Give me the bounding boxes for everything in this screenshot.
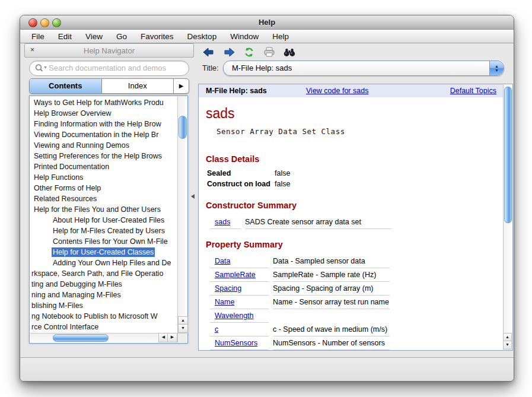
tree-item[interactable]: Adding Your Own Help Files and De <box>30 258 177 268</box>
tree-item-label: Related Resources <box>33 194 98 204</box>
tree-item[interactable]: blishing M-Files <box>30 300 177 311</box>
tree-item-label: Adding Your Own Help Files and De <box>52 258 172 268</box>
tree-item-label: rkspace, Search Path, and File Operatio <box>30 269 164 278</box>
view-code-link[interactable]: View code for sads <box>306 84 368 97</box>
constructor-summary-table: sadsSADS Create sensor array data set <box>210 215 391 229</box>
member-link[interactable]: SampleRate <box>210 271 256 279</box>
member-link[interactable]: NumSensors <box>210 339 257 347</box>
tab-overflow-arrow-icon[interactable]: ▶ <box>173 79 189 93</box>
tree-item[interactable]: ting and Debugging M-Files <box>30 279 177 290</box>
member-link[interactable]: Wavelength <box>210 312 254 320</box>
menu-bar: FileEditViewGoFavoritesDesktopWindowHelp <box>20 30 514 43</box>
tree-item[interactable]: Ways to Get Help for MathWorks Produ <box>30 97 177 108</box>
tree-vertical-scrollbar[interactable]: ▲ ▼ <box>177 97 187 333</box>
table-row: SpacingSpacing - Spacing of array (m) <box>210 282 390 296</box>
print-button[interactable] <box>262 46 276 59</box>
table-cell-name: Spacing <box>210 282 269 296</box>
title-combobox-value: M-File Help: sads <box>232 63 292 72</box>
tree-item-label: Ways to Get Help for MathWorks Produ <box>33 98 165 107</box>
tree-item-label: ng Notebook to Publish to Microsoft W <box>30 312 159 321</box>
tree-item[interactable]: ng Notebook to Publish to Microsoft W <box>30 311 177 322</box>
content-header-title: M-File Help: sads <box>206 84 267 97</box>
table-cell-name: sads <box>210 215 241 229</box>
tree-item[interactable]: Viewing and Running Demos <box>30 140 177 151</box>
class-detail-value: false <box>275 180 290 188</box>
menu-window[interactable]: Window <box>230 32 259 41</box>
tab-index[interactable]: Index <box>101 79 174 93</box>
tree-item-label: Viewing Documentation in the Help Br <box>33 130 160 139</box>
tree-item[interactable]: Printed Documentation <box>30 161 177 172</box>
search-icon[interactable] <box>34 63 49 75</box>
member-link[interactable]: Name <box>210 298 234 306</box>
menu-view[interactable]: View <box>85 32 103 41</box>
property-summary-table: DataData - Sampled sensor dataSampleRate… <box>210 255 390 350</box>
class-detail-row: Sealedfalse <box>207 169 231 180</box>
table-cell-description: Data - Sampled sensor data <box>273 255 390 268</box>
menu-favorites[interactable]: Favorites <box>141 32 174 41</box>
tree-item-label: Setting Preferences for the Help Brows <box>33 151 163 161</box>
refresh-button[interactable] <box>242 46 256 59</box>
tree-horizontal-scrollbar[interactable]: ◀ ▶ <box>30 333 177 342</box>
tree-item[interactable]: rkspace, Search Path, and File Operatio <box>30 268 177 279</box>
default-topics-link[interactable]: Default Topics <box>450 84 496 97</box>
tree-item[interactable]: Setting Preferences for the Help Brows <box>30 151 177 161</box>
menu-desktop[interactable]: Desktop <box>187 32 217 41</box>
table-cell-description: SampleRate - Sample rate (Hz) <box>273 268 390 282</box>
tree-item[interactable]: Finding Information with the Help Brow <box>30 119 177 129</box>
title-combobox[interactable]: M-File Help: sads ▲ ▼ <box>223 61 504 76</box>
tree-item-label: Finding Information with the Help Brow <box>33 119 163 129</box>
tree-item[interactable]: ning and Managing M-Files <box>30 290 177 300</box>
tree-item-label: Help Browser Overview <box>33 109 113 118</box>
tree-item[interactable]: Viewing Documentation in the Help Br <box>30 129 177 140</box>
back-button[interactable] <box>202 46 216 59</box>
tree-scroll-down-icon[interactable]: ▼ <box>178 324 188 333</box>
table-cell-description: Name - Sensor array test run name <box>273 296 390 309</box>
contents-tree: Ways to Get Help for MathWorks ProduHelp… <box>29 96 188 344</box>
tree-item[interactable]: About Help for User-Created Files <box>30 215 177 226</box>
menu-edit[interactable]: Edit <box>58 32 72 41</box>
content-vscroll-thumb[interactable] <box>504 87 512 223</box>
menu-go[interactable]: Go <box>116 32 127 41</box>
tree-item-label: Other Forms of Help <box>33 183 102 193</box>
tree-item-label: Viewing and Running Demos <box>33 141 130 150</box>
combobox-stepper-icon[interactable]: ▲ ▼ <box>489 61 504 75</box>
member-link[interactable]: c <box>210 325 218 334</box>
class-detail-key: Sealed <box>207 169 231 177</box>
tree-item[interactable]: Help for M-Files Created by Users <box>30 226 177 236</box>
menu-file[interactable]: File <box>31 32 44 41</box>
tree-item-label: rce Control Interface <box>30 322 100 332</box>
tree-hscroll-thumb[interactable] <box>53 334 109 342</box>
forward-button[interactable] <box>222 46 236 59</box>
tree-item[interactable]: Help for User-Created Classes <box>30 247 177 258</box>
desktop: Help FileEditViewGoFavoritesDesktopWindo… <box>0 0 532 397</box>
table-cell-description <box>273 309 390 323</box>
tree-item[interactable]: Help Browser Overview <box>30 108 177 119</box>
tree-vscroll-thumb[interactable] <box>179 116 187 139</box>
tree-item[interactable]: rce Control Interface <box>30 322 177 332</box>
tree-item-label: Help for M-Files Created by Users <box>52 226 166 236</box>
property-summary-heading: Property Summary <box>206 240 283 249</box>
member-link[interactable]: sads <box>210 218 230 226</box>
member-link[interactable]: Data <box>210 257 230 265</box>
menu-help[interactable]: Help <box>272 32 289 41</box>
tree-item[interactable]: Contents Files for Your Own M-File <box>30 236 177 247</box>
tree-scroll-right-icon[interactable]: ▶ <box>167 333 177 342</box>
tree-item[interactable]: Other Forms of Help <box>30 183 177 193</box>
content-vertical-scrollbar[interactable]: ▲ ▼ <box>503 85 512 350</box>
tree-item[interactable]: Help for the Files You and Other Users <box>30 204 177 215</box>
help-navigator-header: × Help Navigator <box>24 43 194 58</box>
tab-contents[interactable]: Contents <box>30 79 101 93</box>
title-bar[interactable]: Help <box>20 15 514 30</box>
stepper-down-icon: ▼ <box>495 68 499 72</box>
search-input[interactable]: Search documentation and demos <box>29 61 189 76</box>
tree-item[interactable]: Help Functions <box>30 172 177 183</box>
member-link[interactable]: Spacing <box>210 284 241 293</box>
panel-divider-grip-icon[interactable] <box>191 194 195 199</box>
tree-item[interactable]: Related Resources <box>30 193 177 204</box>
find-button[interactable] <box>282 46 297 59</box>
table-cell-name: NumSensors <box>210 336 269 350</box>
table-row: SampleRateSampleRate - Sample rate (Hz) <box>210 268 390 282</box>
help-window: Help FileEditViewGoFavoritesDesktopWindo… <box>20 15 514 382</box>
content-scroll-down-icon[interactable]: ▼ <box>503 341 512 350</box>
back-arrow-icon <box>203 47 215 57</box>
